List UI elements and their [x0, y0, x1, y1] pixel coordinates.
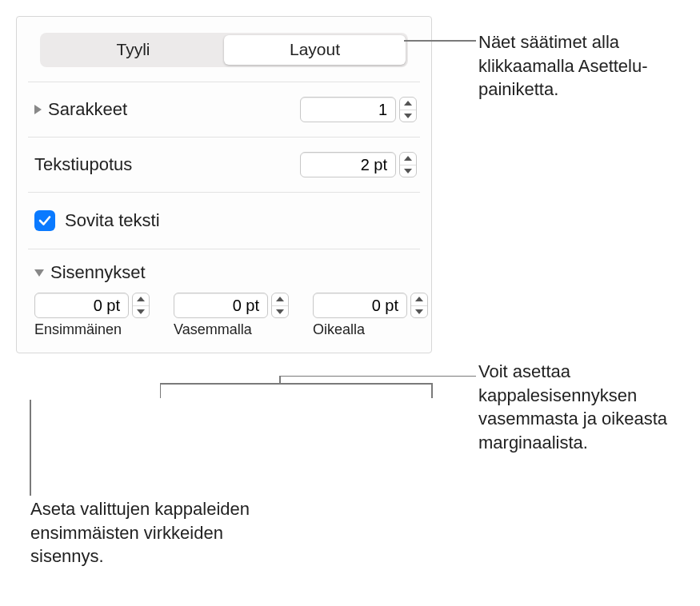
columns-step-up[interactable]: [400, 98, 416, 110]
indents-heading: Sisennykset: [50, 262, 146, 283]
chevron-up-icon: [404, 101, 412, 106]
indent-first-down[interactable]: [133, 306, 149, 318]
indent-left-up[interactable]: [272, 293, 288, 306]
columns-input[interactable]: [300, 97, 396, 122]
callout-layout-hint: Näet säätimet alla klikkaamalla Asettelu…: [478, 30, 694, 102]
indent-right-input[interactable]: [313, 293, 407, 318]
layout-panel: Tyyli Layout Sarakkeet Tekstiupotus: [16, 16, 432, 353]
chevron-down-icon: [137, 309, 145, 314]
columns-step-down[interactable]: [400, 110, 416, 122]
text-inset-step-down[interactable]: [400, 165, 416, 177]
indent-right-col: Oikealla: [313, 293, 428, 338]
chevron-up-icon: [404, 156, 412, 161]
chevron-up-icon: [276, 297, 284, 301]
indent-right-up[interactable]: [411, 293, 427, 306]
text-inset-stepper-buttons: [399, 152, 417, 177]
chevron-up-icon: [137, 297, 145, 301]
columns-row: Sarakkeet: [31, 82, 417, 137]
indent-left-label: Vasemmalla: [174, 321, 289, 338]
tab-style[interactable]: Tyyli: [42, 35, 224, 65]
callout-first-hint: Aseta valittujen kappaleiden ensimmäiste…: [30, 497, 286, 568]
text-inset-row: Tekstiupotus: [31, 138, 417, 192]
text-inset-input[interactable]: [300, 152, 396, 177]
chevron-down-icon: [276, 309, 284, 314]
fit-text-checkbox[interactable]: [34, 210, 55, 231]
indent-left-buttons: [271, 293, 289, 318]
leader-bracket: [160, 376, 480, 400]
callout-margin-hint: Voit asettaa kappalesisennykse​n vasemma…: [478, 360, 694, 455]
fit-text-row: Sovita teksti: [31, 193, 417, 249]
indents-heading-row: Sisennykset: [31, 249, 417, 291]
columns-label: Sarakkeet: [48, 99, 127, 120]
chevron-down-icon: [415, 309, 423, 314]
chevron-right-icon[interactable]: [34, 105, 42, 114]
text-inset-label: Tekstiupotus: [34, 154, 132, 175]
indent-right-stepper: [313, 293, 428, 318]
chevron-down-icon[interactable]: [34, 269, 44, 277]
indent-first-up[interactable]: [133, 293, 149, 306]
columns-stepper-buttons: [399, 97, 417, 122]
indent-right-down[interactable]: [411, 306, 427, 318]
indent-left-col: Vasemmalla: [174, 293, 289, 338]
indent-first-col: Ensimmäinen: [34, 293, 150, 338]
indent-right-buttons: [410, 293, 428, 318]
indent-first-stepper: [34, 293, 150, 318]
segmented-tabs: Tyyli Layout: [40, 33, 408, 67]
fit-text-label: Sovita teksti: [65, 210, 160, 231]
chevron-up-icon: [415, 297, 423, 301]
indent-steppers: Ensimmäinen Vasemmalla Oikealla: [31, 291, 417, 341]
columns-stepper: [300, 97, 417, 122]
indent-left-stepper: [174, 293, 289, 318]
leader-line: [26, 400, 34, 496]
chevron-down-icon: [404, 169, 412, 173]
indent-left-down[interactable]: [272, 306, 288, 318]
text-inset-step-up[interactable]: [400, 153, 416, 165]
indent-first-label: Ensimmäinen: [34, 321, 150, 338]
indent-first-buttons: [132, 293, 150, 318]
tab-layout[interactable]: Layout: [224, 35, 406, 65]
indent-left-input[interactable]: [174, 293, 268, 318]
text-inset-stepper: [300, 152, 417, 177]
indent-right-label: Oikealla: [313, 321, 428, 338]
chevron-down-icon: [404, 114, 412, 118]
checkmark-icon: [38, 213, 52, 228]
indent-first-input[interactable]: [34, 293, 129, 318]
